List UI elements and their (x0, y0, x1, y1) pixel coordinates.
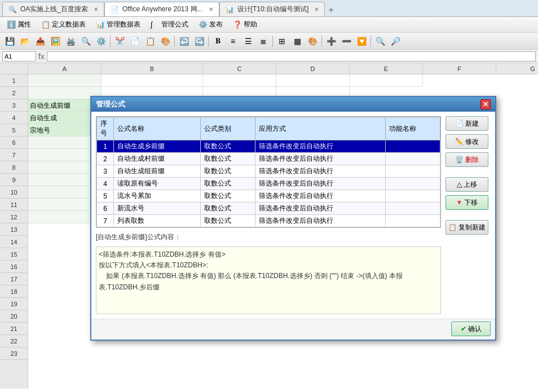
delete-icon: 🗑️ (455, 156, 464, 164)
cell-num: 7 (97, 215, 114, 227)
th-apply: 应用方式 (255, 117, 386, 140)
confirm-button[interactable]: ✔ 确认 (451, 321, 491, 336)
copy-new-button[interactable]: 📋 复制新建 (446, 220, 488, 235)
cell-name: 流水号累加 (114, 190, 201, 202)
formula-table-scroll[interactable]: 序号 公式名称 公式类别 应用方式 功能名称 1 自 (96, 117, 440, 227)
formula-content-label: [自动生成乡前缀]公式内容： (96, 231, 441, 243)
copy-icon: 📋 (448, 223, 457, 231)
table-row[interactable]: 6 新流水号 取数公式 筛选条件改变后自动执行 (97, 202, 440, 215)
btn-separator (446, 170, 491, 174)
cell-num: 6 (97, 202, 114, 215)
formula-content-area[interactable]: <筛选条件:本报表.T10ZDBH.选择乡 有值> 按以下方式填入<本报表.T1… (96, 246, 441, 314)
table-row[interactable]: 1 自动生成乡前缀 取数公式 筛选条件改变后自动执行 (97, 140, 440, 153)
delete-formula-button[interactable]: 🗑️ 删除 (446, 152, 488, 167)
cell-name: 读取原有编号 (114, 178, 201, 190)
edit-icon: ✏️ (455, 138, 464, 146)
down-arrow-icon: ▼ (456, 199, 463, 206)
cell-apply: 筛选条件改变后自动执行 (255, 202, 386, 215)
cell-func (385, 215, 440, 227)
new-formula-button[interactable]: 📄 新建 (446, 116, 488, 131)
new-icon: 📄 (455, 120, 464, 127)
th-type: 公式类别 (201, 117, 255, 140)
tab-3-label: 设计[T10:自动编号测试] (237, 5, 309, 14)
cell-type: 取数公式 (201, 215, 255, 227)
cell-num: 2 (97, 153, 114, 165)
browser-window: 🔍 OA实施上线_百度搜索 ✕ 📄 Office Anywhere 2013 网… (0, 0, 538, 392)
tab-1-close[interactable]: ✕ (94, 6, 98, 12)
tab-2-label: Office Anywhere 2013 网... (122, 5, 203, 14)
cell-func (385, 165, 440, 178)
cell-type: 取数公式 (201, 178, 255, 190)
table-row[interactable]: 7 列表取数 取数公式 筛选条件改变后自动执行 (97, 215, 440, 227)
tab-bar: 🔍 OA实施上线_百度搜索 ✕ 📄 Office Anywhere 2013 网… (0, 0, 538, 17)
dialog-body: 序号 公式名称 公式类别 应用方式 功能名称 1 自 (91, 112, 495, 319)
cell-name: 自动生成乡前缀 (114, 140, 201, 153)
cell-type: 取数公式 (201, 140, 255, 153)
cell-apply: 筛选条件改变后自动执行 (255, 178, 386, 190)
cell-num: 4 (97, 178, 114, 190)
cell-num: 5 (97, 190, 114, 202)
th-name: 公式名称 (114, 117, 201, 140)
dialog-main: 序号 公式名称 公式类别 应用方式 功能名称 1 自 (96, 116, 441, 314)
cell-apply: 筛选条件改变后自动执行 (255, 153, 386, 165)
cell-apply: 筛选条件改变后自动执行 (255, 215, 386, 227)
btn-separator-2 (446, 213, 491, 217)
cell-num: 1 (97, 140, 114, 153)
up-arrow-icon: △ (457, 180, 462, 188)
manage-formula-dialog: 管理公式 ✕ 序号 公式名称 (90, 96, 496, 341)
dialog-overlay: 管理公式 ✕ 序号 公式名称 (0, 17, 538, 392)
tab-2-icon: 📄 (111, 6, 119, 14)
dialog-title-text: 管理公式 (96, 99, 125, 109)
main-content: ℹ️ 属性 📋 定义数据表 📊 管理数据表 ∫ 管理公式 ⚙️ 发布 ❓ 帮助 (0, 17, 538, 392)
th-func: 功能名称 (385, 117, 440, 140)
cell-type: 取数公式 (201, 153, 255, 165)
cell-type: 取数公式 (201, 202, 255, 215)
confirm-label: 确认 (468, 324, 482, 334)
tab-2-close[interactable]: ✕ (209, 6, 213, 12)
table-row[interactable]: 4 读取原有编号 取数公式 筛选条件改变后自动执行 (97, 178, 440, 190)
cell-name: 列表取数 (114, 215, 201, 227)
cell-type: 取数公式 (201, 165, 255, 178)
tab-3-close[interactable]: ✕ (314, 6, 319, 12)
move-up-button[interactable]: △ 上移 (446, 177, 488, 192)
add-tab-button[interactable]: + (325, 4, 337, 16)
move-down-button[interactable]: ▼ 下移 (446, 195, 488, 210)
cell-func (385, 178, 440, 190)
cell-name: 新流水号 (114, 202, 201, 215)
cell-type: 取数公式 (201, 190, 255, 202)
tab-3-icon: 📊 (226, 6, 234, 14)
table-row[interactable]: 2 自动生成村前缀 取数公式 筛选条件改变后自动执行 (97, 153, 440, 165)
cell-func (385, 190, 440, 202)
cell-num: 3 (97, 165, 114, 178)
cell-func (385, 153, 440, 165)
edit-formula-button[interactable]: ✏️ 修改 (446, 134, 488, 149)
tab-1[interactable]: 🔍 OA实施上线_百度搜索 ✕ (2, 2, 104, 16)
cell-name: 自动生成村前缀 (114, 153, 201, 165)
table-row[interactable]: 3 自动生成组前缀 取数公式 筛选条件改变后自动执行 (97, 165, 440, 178)
dialog-close-button[interactable]: ✕ (480, 99, 491, 109)
dialog-buttons-panel: 📄 新建 ✏️ 修改 🗑️ 删除 △ (446, 116, 491, 314)
cell-func (385, 140, 440, 153)
tab-2[interactable]: 📄 Office Anywhere 2013 网... ✕ (104, 2, 219, 16)
tab-1-label: OA实施上线_百度搜索 (20, 5, 88, 14)
cell-apply: 筛选条件改变后自动执行 (255, 140, 386, 153)
cell-func (385, 202, 440, 215)
dialog-title-bar[interactable]: 管理公式 ✕ (91, 97, 495, 112)
formula-table: 序号 公式名称 公式类别 应用方式 功能名称 1 自 (96, 117, 440, 227)
tab-1-icon: 🔍 (8, 6, 17, 14)
cell-apply: 筛选条件改变后自动执行 (255, 165, 386, 178)
table-header-row: 序号 公式名称 公式类别 应用方式 功能名称 (97, 117, 440, 140)
cell-name: 自动生成组前缀 (114, 165, 201, 178)
formula-table-container: 序号 公式名称 公式类别 应用方式 功能名称 1 自 (96, 116, 441, 228)
cell-apply: 筛选条件改变后自动执行 (255, 190, 386, 202)
tab-3[interactable]: 📊 设计[T10:自动编号测试] ✕ (219, 2, 325, 16)
confirm-check-icon: ✔ (461, 325, 466, 333)
table-row[interactable]: 5 流水号累加 取数公式 筛选条件改变后自动执行 (97, 190, 440, 202)
th-num: 序号 (97, 117, 114, 140)
